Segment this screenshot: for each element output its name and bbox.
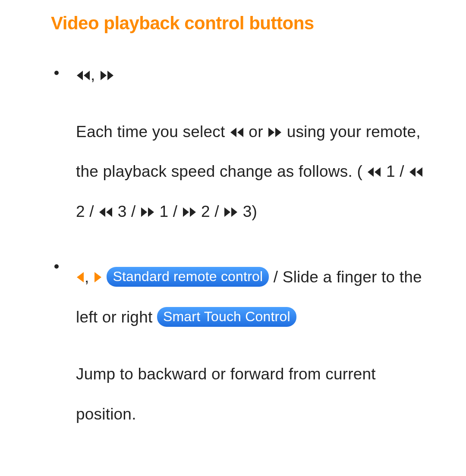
svg-marker-8	[368, 167, 374, 177]
list-item: , Each time you select or	[51, 64, 431, 232]
triangle-right-icon	[94, 271, 102, 283]
svg-marker-3	[107, 71, 113, 80]
svg-marker-1	[84, 71, 90, 80]
badge-smart-touch: Smart Touch Control	[157, 307, 296, 327]
svg-marker-19	[231, 207, 237, 217]
svg-marker-5	[237, 128, 243, 137]
svg-marker-7	[275, 128, 281, 137]
separator: ,	[85, 268, 94, 286]
fast-forward-icon	[268, 127, 282, 138]
speed-5: 2 /	[197, 203, 224, 220]
svg-marker-13	[106, 207, 112, 217]
speed-3: 3 /	[113, 203, 140, 220]
bullet-list: , Each time you select or	[51, 64, 431, 434]
body-text: or	[249, 123, 268, 141]
rewind-icon	[230, 127, 244, 138]
svg-marker-6	[268, 128, 274, 137]
speed-6: 3)	[238, 203, 257, 220]
bullet-1-head: ,	[76, 64, 431, 86]
triangle-left-icon	[76, 271, 85, 283]
body-text: Jump to backward or forward from current…	[76, 365, 376, 423]
svg-marker-18	[224, 207, 230, 217]
svg-marker-12	[99, 207, 105, 217]
bullet-2-body: Jump to backward or forward from current…	[76, 354, 431, 434]
bullet-2-head: , Standard remote control / Slide a fing…	[76, 257, 431, 337]
svg-marker-20	[77, 272, 84, 282]
rewind-icon	[98, 207, 113, 218]
fast-forward-icon	[182, 207, 197, 218]
svg-marker-2	[101, 71, 107, 80]
rewind-icon	[409, 166, 423, 178]
page-title: Video playback control buttons	[51, 13, 431, 34]
svg-marker-17	[190, 207, 196, 217]
fast-forward-icon	[140, 207, 155, 218]
svg-marker-0	[77, 71, 83, 80]
svg-marker-16	[183, 207, 189, 217]
fast-forward-icon	[224, 207, 238, 218]
svg-marker-10	[409, 167, 416, 177]
svg-marker-11	[416, 167, 422, 177]
body-text: Each time you select	[76, 123, 230, 141]
fast-forward-icon	[100, 70, 114, 81]
svg-marker-9	[375, 167, 381, 177]
speed-4: 1 /	[155, 203, 182, 220]
svg-marker-21	[94, 272, 101, 282]
bullet-1-body: Each time you select or using your remot…	[76, 112, 431, 232]
svg-marker-4	[230, 128, 236, 137]
separator: ,	[91, 66, 100, 84]
list-item: , Standard remote control / Slide a fing…	[51, 257, 431, 434]
rewind-icon	[76, 70, 91, 81]
document-page: Video playback control buttons ,	[0, 0, 466, 473]
speed-1: 1 /	[381, 163, 409, 180]
svg-marker-14	[141, 207, 147, 217]
rewind-icon	[367, 166, 381, 178]
svg-marker-15	[148, 207, 154, 217]
speed-2: 2 /	[76, 203, 98, 220]
badge-standard-remote: Standard remote control	[107, 267, 269, 287]
